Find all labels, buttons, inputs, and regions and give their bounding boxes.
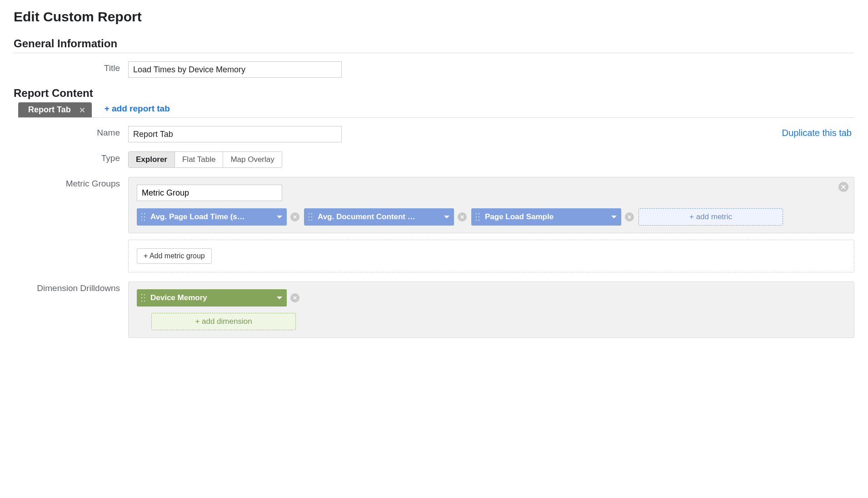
add-dimension-button[interactable]: + add dimension [151, 313, 296, 330]
metric-group-name-input[interactable] [137, 185, 282, 201]
title-label: Title [14, 61, 128, 73]
type-label: Type [14, 151, 128, 163]
remove-metric-button[interactable] [290, 212, 299, 221]
remove-metric-button[interactable] [625, 212, 634, 221]
chevron-down-icon [444, 216, 449, 218]
chevron-down-icon [277, 216, 282, 218]
type-option-flat-table[interactable]: Flat Table [175, 152, 223, 167]
drag-handle-icon[interactable] [140, 212, 147, 221]
metric-chip-label: Avg. Document Content … [318, 212, 440, 221]
report-tab-label: Report Tab [28, 105, 71, 115]
remove-dimension-button[interactable] [290, 293, 299, 302]
add-metric-button[interactable]: + add metric [639, 208, 783, 226]
metric-chip-label: Avg. Page Load Time (s… [150, 212, 273, 221]
metric-groups-label: Metric Groups [14, 177, 128, 189]
remove-metric-group-button[interactable] [838, 182, 848, 192]
metric-chip[interactable]: Avg. Page Load Time (s… [137, 208, 287, 226]
dimension-chip[interactable]: Device Memory [137, 289, 287, 307]
type-segmented-control: Explorer Flat Table Map Overlay [128, 151, 282, 168]
remove-metric-button[interactable] [458, 212, 467, 221]
chevron-down-icon [611, 216, 617, 218]
type-option-map-overlay[interactable]: Map Overlay [223, 152, 281, 167]
divider [14, 53, 854, 53]
type-option-explorer[interactable]: Explorer [129, 152, 175, 167]
close-icon[interactable] [78, 106, 86, 114]
title-input[interactable] [128, 61, 342, 78]
drag-handle-icon[interactable] [475, 212, 481, 221]
add-metric-group-button[interactable]: + Add metric group [137, 248, 212, 264]
metric-chip[interactable]: Page Load Sample [471, 208, 621, 226]
chevron-down-icon [277, 297, 282, 299]
drag-handle-icon[interactable] [140, 293, 147, 302]
duplicate-tab-link[interactable]: Duplicate this tab [782, 126, 854, 138]
metric-chip-label: Page Load Sample [485, 212, 608, 221]
drag-handle-icon[interactable] [308, 212, 314, 221]
metric-group-panel: Avg. Page Load Time (s… Avg. Document Co… [128, 177, 854, 233]
name-label: Name [14, 126, 128, 138]
report-tab-active[interactable]: Report Tab [18, 102, 92, 117]
add-report-tab-link[interactable]: + add report tab [105, 104, 170, 116]
drilldowns-panel: Device Memory + add dimension [128, 282, 854, 338]
general-info-heading: General Information [14, 37, 854, 50]
report-content-heading: Report Content [14, 87, 854, 100]
metric-chip[interactable]: Avg. Document Content … [304, 208, 454, 226]
page-title: Edit Custom Report [14, 9, 854, 25]
tab-name-input[interactable] [128, 126, 342, 142]
add-metric-group-panel: + Add metric group [128, 240, 854, 272]
dimension-chip-label: Device Memory [150, 293, 273, 302]
dimension-drilldowns-label: Dimension Drilldowns [14, 282, 128, 293]
report-tabs-bar: Report Tab + add report tab [18, 102, 854, 118]
